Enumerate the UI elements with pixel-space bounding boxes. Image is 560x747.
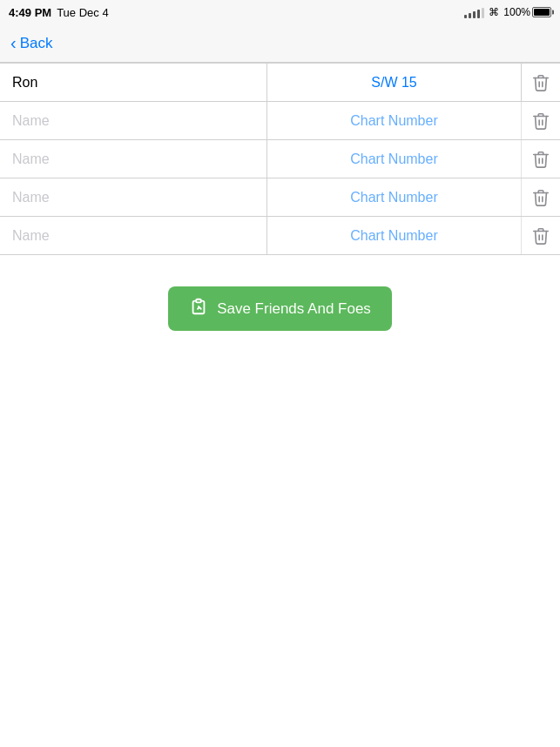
table-row: NameChart Number xyxy=(0,178,560,217)
signal-icon xyxy=(464,6,484,18)
delete-row-button[interactable] xyxy=(522,102,560,139)
name-cell[interactable]: Name xyxy=(0,217,267,254)
save-icon xyxy=(189,297,208,320)
status-time: 4:49 PM xyxy=(9,6,51,19)
table-row: NameChart Number xyxy=(0,140,560,178)
delete-row-button[interactable] xyxy=(522,140,560,178)
delete-row-button[interactable] xyxy=(522,217,560,254)
svg-rect-0 xyxy=(196,299,201,303)
friends-foes-table: RonS/W 15 NameChart Number NameChart Num… xyxy=(0,63,560,255)
save-button-container: Save Friends And Foes xyxy=(0,286,560,331)
delete-row-button[interactable] xyxy=(522,178,560,216)
delete-row-button[interactable] xyxy=(522,64,560,101)
chart-number-cell[interactable]: S/W 15 xyxy=(267,64,522,101)
battery-icon: 100% xyxy=(503,6,551,18)
status-left: 4:49 PM Tue Dec 4 xyxy=(9,6,109,19)
trash-icon xyxy=(531,73,550,92)
trash-icon xyxy=(531,226,550,246)
chart-number-cell[interactable]: Chart Number xyxy=(267,140,522,178)
save-friends-foes-button[interactable]: Save Friends And Foes xyxy=(168,286,392,331)
back-label: Back xyxy=(20,35,53,52)
trash-icon xyxy=(531,111,550,131)
save-button-label: Save Friends And Foes xyxy=(217,300,371,318)
name-cell[interactable]: Name xyxy=(0,102,267,139)
chart-number-cell[interactable]: Chart Number xyxy=(267,102,522,139)
name-cell[interactable]: Name xyxy=(0,178,267,216)
table-row: NameChart Number xyxy=(0,217,560,255)
back-button[interactable]: ‹ Back xyxy=(10,35,52,52)
battery-percent: 100% xyxy=(503,6,530,18)
table-row: NameChart Number xyxy=(0,102,560,140)
name-cell[interactable]: Ron xyxy=(0,64,267,101)
status-right: ⌘ 100% xyxy=(464,6,551,18)
chart-number-cell[interactable]: Chart Number xyxy=(267,178,522,216)
trash-icon xyxy=(531,150,550,169)
name-cell[interactable]: Name xyxy=(0,140,267,178)
trash-icon xyxy=(531,188,550,207)
wifi-icon: ⌘ xyxy=(489,6,499,18)
back-chevron-icon: ‹ xyxy=(10,34,17,51)
nav-bar: ‹ Back xyxy=(0,24,560,63)
status-date: Tue Dec 4 xyxy=(57,6,109,19)
status-bar: 4:49 PM Tue Dec 4 ⌘ 100% xyxy=(0,0,560,24)
table-row: RonS/W 15 xyxy=(0,64,560,102)
chart-number-cell[interactable]: Chart Number xyxy=(267,217,522,254)
